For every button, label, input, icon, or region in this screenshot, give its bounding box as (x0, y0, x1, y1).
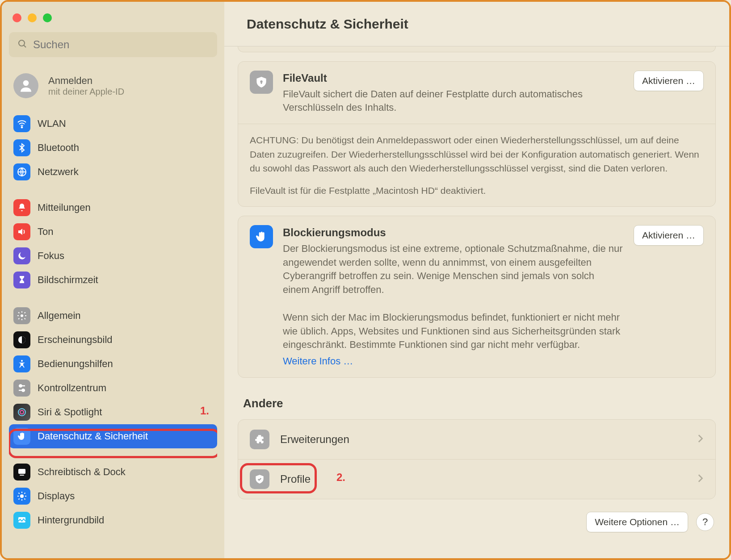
svg-point-12 (18, 409, 25, 416)
sidebar: Anmelden mit deiner Apple-ID WLAN Blueto… (2, 2, 224, 558)
filevault-status: FileVault ist für die Festplatte „Macint… (250, 184, 704, 198)
sidebar-item-label: Allgemein (38, 310, 81, 322)
extensions-row[interactable]: Erweiterungen (238, 420, 715, 459)
sidebar-item-label: Bluetooth (38, 142, 79, 154)
sidebar-nav: WLAN Bluetooth Netzwerk Mitteilungen Ton (9, 112, 217, 544)
svg-point-5 (21, 314, 23, 317)
filevault-warning: ACHTUNG: Du benötigst dein Anmeldepasswo… (250, 133, 704, 176)
more-options-button[interactable]: Weitere Optionen … (586, 512, 688, 532)
sidebar-item-label: Mitteilungen (38, 202, 91, 213)
signin-title: Anmelden (48, 75, 124, 87)
svg-point-2 (23, 80, 29, 86)
svg-point-13 (20, 410, 24, 414)
main-panel: Datenschutz & Sicherheit FileVault FileV… (224, 2, 729, 558)
sidebar-item-wallpaper[interactable]: Hintergrundbild (9, 508, 217, 532)
svg-point-3 (21, 127, 23, 128)
svg-rect-27 (261, 82, 262, 84)
other-card: Erweiterungen Profile 2. (238, 419, 716, 499)
sidebar-item-privacy[interactable]: Datenschutz & Sicherheit (9, 424, 217, 448)
sidebar-item-label: WLAN (38, 118, 66, 130)
svg-point-16 (20, 494, 24, 498)
sidebar-item-label: Schreibtisch & Dock (38, 466, 126, 478)
accessibility-icon (13, 355, 30, 372)
lockdown-card: Blockierungsmodus Der Blockierungsmodus … (238, 216, 716, 378)
globe-icon (13, 163, 30, 180)
sidebar-item-appearance[interactable]: Erscheinungsbild (9, 328, 217, 352)
sidebar-item-sound[interactable]: Ton (9, 220, 217, 244)
svg-line-22 (24, 498, 25, 499)
search-icon (17, 38, 28, 51)
speaker-icon (13, 223, 30, 240)
apple-id-signin[interactable]: Anmelden mit deiner Apple-ID (9, 69, 217, 112)
svg-point-11 (22, 389, 25, 392)
sidebar-item-controlcenter[interactable]: Kontrollzentrum (9, 376, 217, 400)
bell-icon (13, 199, 30, 216)
sidebar-item-label: Erscheinungsbild (38, 334, 113, 346)
dock-icon (13, 464, 30, 481)
minimize-window-button[interactable] (28, 13, 37, 22)
search-field-wrapper[interactable] (9, 32, 217, 57)
sun-icon (13, 488, 30, 505)
extensions-icon (250, 430, 269, 449)
lockdown-title: Blockierungsmodus (283, 225, 624, 240)
help-button[interactable]: ? (696, 513, 714, 531)
sidebar-item-label: Bildschirmzeit (38, 274, 98, 286)
chevron-right-icon (697, 473, 704, 485)
filevault-desc: FileVault sichert die Daten auf deiner F… (283, 88, 624, 115)
svg-line-24 (24, 493, 25, 494)
sidebar-item-label: Fokus (38, 250, 64, 262)
filevault-title: FileVault (283, 71, 624, 86)
sidebar-item-focus[interactable]: Fokus (9, 244, 217, 268)
lockdown-p2: Wenn sich der Mac im Blockierungsmodus b… (283, 311, 624, 352)
sidebar-item-label: Hintergrundbild (38, 514, 104, 526)
zoom-window-button[interactable] (43, 13, 52, 22)
sidebar-item-label: Bedienungshilfen (38, 358, 113, 370)
search-input[interactable] (33, 38, 209, 51)
signin-text: Anmelden mit deiner Apple-ID (48, 75, 124, 97)
page-title: Datenschutz & Sicherheit (247, 17, 408, 32)
sidebar-item-screentime[interactable]: Bildschirmzeit (9, 268, 217, 292)
moon-icon (13, 247, 30, 264)
filevault-icon (250, 71, 273, 94)
sidebar-item-label: Kontrollzentrum (38, 382, 106, 394)
svg-line-21 (19, 493, 20, 494)
gear-icon (13, 307, 30, 324)
footer: Weitere Optionen … ? (238, 499, 716, 537)
svg-line-1 (24, 45, 26, 47)
window-controls (9, 7, 217, 32)
chevron-right-icon (697, 434, 704, 445)
sidebar-item-accessibility[interactable]: Bedienungshilfen (9, 352, 217, 376)
bluetooth-icon (13, 139, 30, 156)
signin-subtitle: mit deiner Apple-ID (48, 87, 124, 97)
sliders-icon (13, 380, 30, 397)
lockdown-activate-button[interactable]: Aktivieren … (634, 225, 704, 246)
svg-rect-14 (18, 469, 25, 474)
sidebar-item-network[interactable]: Netzwerk (9, 160, 217, 184)
hourglass-icon (13, 272, 30, 288)
sidebar-item-general[interactable]: Allgemein (9, 304, 217, 328)
titlebar: Datenschutz & Sicherheit (224, 2, 729, 46)
sidebar-item-label: Netzwerk (38, 166, 79, 178)
sidebar-item-bluetooth[interactable]: Bluetooth (9, 136, 217, 160)
annotation-2: 2. (336, 471, 345, 484)
appearance-icon (13, 331, 30, 348)
sidebar-item-wlan[interactable]: WLAN (9, 112, 217, 136)
sidebar-item-notifications[interactable]: Mitteilungen (9, 196, 217, 220)
sidebar-item-desktop[interactable]: Schreibtisch & Dock (9, 460, 217, 484)
sidebar-item-siri[interactable]: Siri & Spotlight 1. (9, 400, 217, 424)
hand-icon (13, 428, 30, 445)
lockdown-icon (250, 225, 273, 248)
sidebar-item-label: Ton (38, 226, 53, 238)
close-window-button[interactable] (13, 13, 21, 22)
profiles-row[interactable]: Profile 2. (238, 459, 715, 499)
sidebar-item-displays[interactable]: Displays (9, 484, 217, 508)
content-scroll[interactable]: FileVault FileVault sichert die Daten au… (224, 46, 729, 558)
profiles-icon (250, 469, 269, 489)
lockdown-p1: Der Blockierungsmodus ist eine extreme, … (283, 242, 624, 297)
sidebar-item-label: Siri & Spotlight (38, 406, 102, 418)
svg-line-23 (19, 498, 20, 499)
lockdown-more-link[interactable]: Weitere Infos … (283, 355, 624, 368)
extensions-label: Erweiterungen (280, 433, 686, 446)
wallpaper-icon (13, 512, 30, 529)
filevault-activate-button[interactable]: Aktivieren … (634, 71, 704, 91)
